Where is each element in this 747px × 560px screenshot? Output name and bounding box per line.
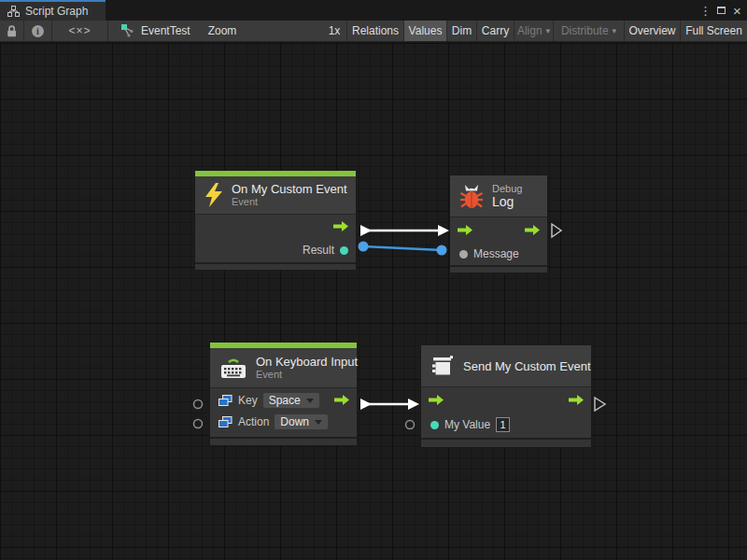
close-icon: × <box>733 3 741 19</box>
inline-value-icon <box>218 395 233 407</box>
lock-icon <box>6 24 18 37</box>
node-header: Send My Custom Event <box>421 345 591 386</box>
dropdown-caret-icon: ▾ <box>546 26 551 35</box>
window-controls: ⋮ × <box>698 0 745 21</box>
control-input-port[interactable] <box>429 395 444 405</box>
key-dropdown[interactable]: Space <box>263 393 319 408</box>
close-button[interactable]: × <box>729 0 745 21</box>
wire-value-result-to-message[interactable] <box>359 242 447 256</box>
wire-control-customevent-to-log[interactable] <box>360 225 449 236</box>
toolbar-button-fullscreen[interactable]: Full Screen <box>680 21 747 41</box>
control-arrow-icon <box>525 225 540 235</box>
kebab-menu-icon: ⋮ <box>699 4 712 18</box>
free-control-outlet-send[interactable] <box>595 398 605 411</box>
node-body: Key Space <box>210 387 357 437</box>
zoom-label: Zoom <box>205 21 239 41</box>
graph-name-label: EventTest <box>141 24 190 37</box>
window-menu-button[interactable]: ⋮ <box>698 0 713 21</box>
bug-icon <box>459 184 484 209</box>
value-input-port-message[interactable]: Message <box>459 247 519 260</box>
control-arrow-icon <box>458 225 472 235</box>
inspect-code-icon: <×> <box>68 24 91 37</box>
wire-control-keyboard-to-send[interactable] <box>360 399 419 410</box>
node-on-my-custom-event[interactable]: On My Custom Event Event Result <box>194 170 357 271</box>
my-value-field[interactable] <box>496 417 510 432</box>
control-arrow-icon <box>333 221 348 231</box>
node-title: On My Custom Event <box>232 182 347 196</box>
control-input-port[interactable] <box>458 225 472 235</box>
control-output-port[interactable] <box>333 221 348 231</box>
maximize-button[interactable] <box>713 0 729 21</box>
node-debug-log[interactable]: Debug Log Message <box>449 175 548 273</box>
graph-node-icon <box>121 24 134 37</box>
control-output-port[interactable] <box>525 225 540 235</box>
keyboard-icon <box>219 356 247 380</box>
free-control-outlet-log[interactable] <box>552 224 561 237</box>
control-arrow-icon <box>569 395 584 405</box>
dropdown-caret-icon: ▾ <box>613 26 617 35</box>
dropdown-caret-icon <box>315 420 322 425</box>
value-input-port-myvalue: My Value <box>430 417 510 432</box>
toolbar-button-distribute[interactable]: Distribute ▾ <box>553 21 624 41</box>
control-arrow-icon <box>334 395 349 405</box>
graph-canvas[interactable]: On My Custom Event Event Result <box>0 43 747 560</box>
info-icon: i <box>32 25 44 37</box>
inspect-button[interactable]: <×> <box>52 21 108 41</box>
node-footer <box>210 437 357 445</box>
node-body: My Value <box>421 386 591 438</box>
node-subtitle: Event <box>256 369 358 381</box>
control-output-port[interactable] <box>569 395 584 405</box>
value-port-dot <box>459 250 468 259</box>
free-value-inlet-action[interactable] <box>194 420 203 428</box>
action-dropdown[interactable]: Down <box>275 414 328 429</box>
node-body: Result <box>195 214 356 262</box>
zoom-value: 1x <box>325 21 344 41</box>
toolbar-button-relations[interactable]: Relations <box>346 21 403 41</box>
dropdown-caret-icon <box>306 399 314 403</box>
node-header: Debug Log <box>450 175 547 217</box>
graph-reference[interactable]: EventTest <box>121 21 215 41</box>
node-header: On Keyboard Input Event <box>210 348 357 387</box>
node-subtitle: Event <box>232 196 347 208</box>
machine-event-icon <box>430 355 455 377</box>
tab-title: Script Graph <box>25 5 88 18</box>
lightning-bolt-icon <box>204 183 223 207</box>
node-header: On My Custom Event Event <box>195 176 356 214</box>
toolbar-button-align[interactable]: Align ▾ <box>514 21 553 41</box>
maximize-icon <box>717 7 726 14</box>
control-output-port[interactable] <box>334 395 349 405</box>
node-title: On Keyboard Input <box>256 355 358 369</box>
node-title: Send My Custom Event <box>463 359 591 373</box>
control-arrow-icon <box>429 395 444 405</box>
node-footer <box>421 438 591 447</box>
node-send-my-custom-event[interactable]: Send My Custom Event My Value <box>420 344 592 448</box>
wires-layer <box>0 43 747 560</box>
node-footer <box>195 262 356 270</box>
graph-hierarchy-icon <box>7 6 20 17</box>
toolbar-button-values[interactable]: Values <box>403 21 446 41</box>
toolbar-button-dim[interactable]: Dim <box>446 21 476 41</box>
script-graph-window: Script Graph ⋮ × i <box>0 0 747 560</box>
toolbar-button-overview[interactable]: Overview <box>624 21 680 41</box>
info-button[interactable]: i <box>24 21 52 41</box>
value-port-dot[interactable] <box>430 421 439 429</box>
value-port-dot <box>340 246 348 255</box>
toolbar-button-carry[interactable]: Carry <box>476 21 514 41</box>
title-bar: Script Graph ⋮ × <box>0 0 747 21</box>
free-value-inlet-myvalue[interactable] <box>406 421 415 429</box>
node-on-keyboard-input[interactable]: On Keyboard Input Event Key Space <box>209 342 358 446</box>
free-value-inlet-key[interactable] <box>194 400 203 409</box>
value-output-port-result[interactable]: Result <box>303 244 348 257</box>
node-footer <box>450 265 547 273</box>
node-body: Message <box>450 217 547 265</box>
tab-script-graph[interactable]: Script Graph <box>0 0 106 21</box>
value-input-row-key: Key Space <box>218 393 319 408</box>
node-title: Log <box>492 195 522 209</box>
inline-value-icon <box>218 416 233 428</box>
lock-button[interactable] <box>0 21 24 41</box>
graph-toolbar: i <×> EventTest Zoom 1x Relatio <box>0 21 747 42</box>
value-input-row-action: Action Down <box>218 414 328 429</box>
